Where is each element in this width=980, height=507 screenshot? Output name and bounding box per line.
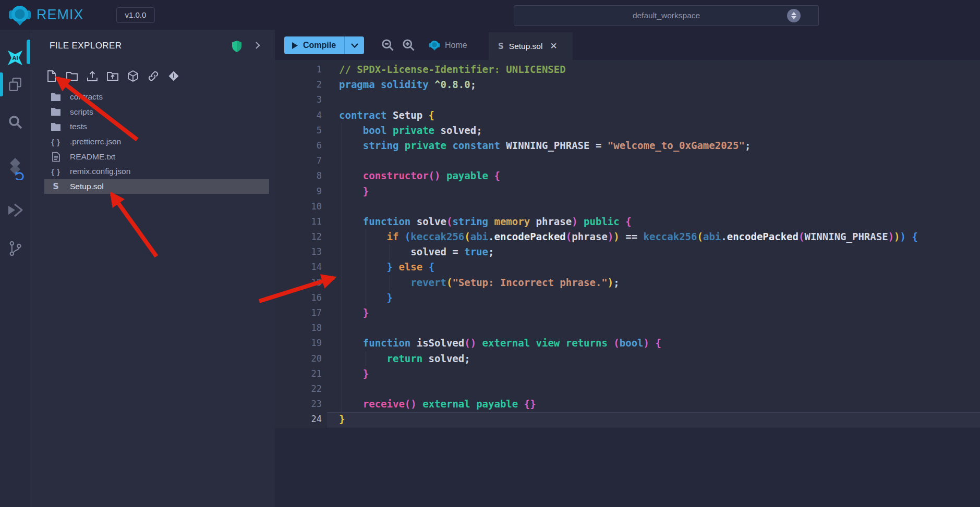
code-line-12[interactable]: if (keccak256(abi.encodePacked(phrase)) … [339, 229, 980, 244]
code-line-1[interactable]: // SPDX-License-Identifier: UNLICENSED [339, 62, 980, 77]
link-icon[interactable] [147, 69, 160, 83]
code-line-10[interactable] [339, 199, 980, 214]
file-row-tests[interactable]: tests [30, 119, 275, 134]
gutter: 123456789101112131415161718192021222324 [275, 62, 322, 427]
file-label: Setup.sol [70, 182, 104, 191]
solidity-icon: S [50, 181, 62, 191]
folder-icon [50, 107, 62, 116]
code-line-3[interactable] [339, 92, 980, 107]
ipfs-cube-icon[interactable] [126, 69, 140, 83]
code-line-9[interactable]: } [339, 184, 980, 199]
remix-ai-icon: AI [4, 47, 26, 69]
search-icon [7, 114, 23, 130]
code-line-8[interactable]: constructor() payable { [339, 168, 980, 183]
code-line-22[interactable] [339, 381, 980, 397]
workspace-dropdown[interactable]: default_workspace [514, 5, 819, 26]
chevron-down-icon [351, 43, 358, 48]
code-line-15[interactable]: revert("Setup: Incorrect phrase."); [339, 275, 980, 290]
file-row-readme-txt[interactable]: README.txt [30, 149, 275, 164]
shield-icon [231, 40, 243, 53]
editor-area: Compile [275, 30, 980, 507]
play-icon [292, 42, 298, 50]
solidity-compiler-icon [5, 156, 26, 180]
file-explorer-toolbar [45, 69, 180, 83]
version-badge: v1.0.0 [116, 7, 155, 23]
code-editor[interactable]: 123456789101112131415161718192021222324 … [275, 60, 980, 428]
code-line-6[interactable]: string private constant WINNING_PHRASE =… [339, 138, 980, 153]
code-line-14[interactable]: } else { [339, 259, 980, 275]
compile-button[interactable]: Compile [284, 36, 344, 54]
folder-icon [50, 93, 62, 102]
file-row-remix-config-json[interactable]: { }remix.config.json [30, 164, 275, 179]
code-line-18[interactable] [339, 320, 980, 336]
zoom-in-icon[interactable] [401, 38, 416, 52]
code-line-11[interactable]: function solve(string memory phrase) pub… [339, 214, 980, 229]
file-label: contracts [70, 92, 103, 102]
upload-folder-icon[interactable] [106, 69, 119, 83]
tab-setup-sol[interactable]: S Setup.sol ✕ [489, 32, 573, 60]
new-file-icon[interactable] [45, 69, 58, 83]
file-label: tests [70, 122, 87, 131]
file-icon [50, 152, 62, 162]
file-row--prettierrc-json[interactable]: { }.prettierrc.json [30, 134, 275, 150]
tab-label: Setup.sol [509, 42, 543, 51]
code-line-7[interactable] [339, 153, 980, 168]
code-line-19[interactable]: function isSolved() external view return… [339, 336, 980, 351]
code-line-20[interactable]: return solved; [339, 351, 980, 366]
file-tree: contractsscriptstests{ }.prettierrc.json… [30, 90, 275, 194]
code-line-23[interactable]: receive() external payable {} [339, 397, 980, 412]
compile-split-button[interactable]: Compile [284, 36, 364, 54]
sidebar-item-file-explorer[interactable] [0, 74, 30, 95]
plugin-iconbar: AI [0, 30, 30, 507]
remix-logo-icon [8, 4, 31, 27]
file-label: scripts [70, 107, 93, 117]
file-label: .prettierrc.json [70, 137, 121, 146]
sidebar-item-solidity-compiler[interactable] [0, 155, 30, 181]
code-line-13[interactable]: solved = true; [339, 244, 980, 259]
chevron-right-icon[interactable] [253, 40, 262, 51]
file-row-scripts[interactable]: scripts [30, 105, 275, 120]
remix-ide-window: REMIX v1.0.0 default_workspace AI [0, 0, 980, 507]
file-label: remix.config.json [70, 167, 130, 176]
file-row-setup-sol[interactable]: SSetup.sol [30, 179, 275, 194]
code-line-4[interactable]: contract Setup { [339, 108, 980, 123]
upload-file-icon[interactable] [86, 69, 99, 83]
home-remix-icon [429, 40, 440, 51]
code-line-5[interactable]: bool private solved; [339, 123, 980, 138]
folder-icon [50, 122, 62, 131]
workspace-name: default_workspace [633, 11, 700, 20]
editor-toolbar: Compile [275, 30, 980, 60]
json-icon: { } [50, 138, 62, 146]
sidebar-item-git[interactable] [0, 237, 30, 260]
home-tab-label: Home [445, 41, 467, 50]
zoom-out-icon[interactable] [380, 38, 395, 52]
code-lines[interactable]: // SPDX-License-Identifier: UNLICENSEDpr… [339, 62, 980, 427]
file-explorer-header: FILE EXPLORER [30, 36, 275, 55]
files-icon [7, 77, 23, 92]
tab-close-icon[interactable]: ✕ [550, 42, 557, 51]
git-branch-icon [7, 240, 23, 257]
file-row-contracts[interactable]: contracts [30, 90, 275, 105]
tab-home[interactable]: Home [429, 36, 467, 54]
editor-empty-space [275, 428, 980, 507]
code-line-17[interactable]: } [339, 305, 980, 320]
code-line-2[interactable]: pragma solidity ^0.8.0; [339, 77, 980, 92]
brand-name: REMIX [37, 7, 84, 23]
file-label: README.txt [70, 152, 115, 162]
file-explorer-panel: FILE EXPLORER [30, 30, 275, 507]
compile-dropdown-button[interactable] [344, 36, 364, 54]
solidity-file-icon: S [498, 42, 504, 51]
sidebar-item-deploy-run[interactable] [0, 199, 30, 222]
deploy-run-icon [7, 203, 23, 218]
sidebar-item-remix-ai[interactable]: AI [0, 46, 30, 69]
code-line-24[interactable]: } [339, 412, 980, 427]
new-folder-icon[interactable] [65, 69, 79, 83]
json-icon: { } [50, 167, 62, 176]
code-line-16[interactable]: } [339, 290, 980, 305]
svg-text:AI: AI [12, 55, 18, 61]
panel-title: FILE EXPLORER [50, 41, 122, 51]
gem-icon[interactable] [167, 69, 180, 83]
workspace-sort-icon[interactable] [787, 9, 801, 22]
code-line-21[interactable]: } [339, 366, 980, 381]
sidebar-item-search[interactable] [0, 110, 30, 133]
